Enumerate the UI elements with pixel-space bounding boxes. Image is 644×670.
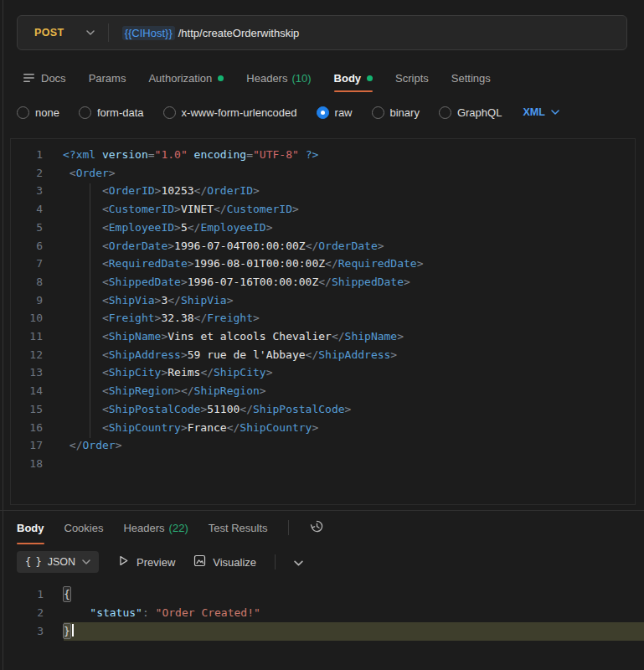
radio-icon xyxy=(79,106,91,119)
line-number: 13 xyxy=(11,363,43,382)
tab-label: Params xyxy=(89,72,126,85)
code-line: 7 <RequiredDate>1996-08-01T00:00:00Z</Re… xyxy=(11,255,635,273)
code-content: <ShipName>Vins et alcools Chevalier</Shi… xyxy=(63,327,635,346)
response-format-dropdown[interactable]: { } JSON xyxy=(17,551,99,573)
code-content: <Freight>32.38</Freight> xyxy=(63,309,635,327)
line-number: 2 xyxy=(0,604,44,622)
response-toolbar: { } JSON Preview Visualize xyxy=(0,544,644,580)
code-content: <Order> xyxy=(63,164,635,183)
code-content: <RequiredDate>1996-08-01T00:00:00Z</Requ… xyxy=(63,255,635,273)
tab-scripts[interactable]: Scripts xyxy=(395,64,429,92)
code-content: <ShipPostalCode>51100</ShipPostalCode> xyxy=(63,400,635,419)
response-tab-headers[interactable]: Headers(22) xyxy=(123,511,188,544)
line-number: 1 xyxy=(11,146,43,164)
method-label: POST xyxy=(34,27,64,39)
code-content: </Order> xyxy=(63,436,635,455)
response-section: Body Cookies Headers(22) Test Results { … xyxy=(0,510,644,641)
code-content: <ShipCity>Reims</ShipCity> xyxy=(63,363,635,382)
url-input[interactable]: {{CIHost}} /http/createOrderwithskip xyxy=(109,26,626,40)
play-outline-icon xyxy=(117,554,130,570)
radio-icon xyxy=(439,106,451,119)
tab-docs[interactable]: Docs xyxy=(23,64,66,92)
code-content: <ShipRegion></ShipRegion> xyxy=(63,382,635,400)
line-number: 4 xyxy=(11,200,43,219)
status-dot xyxy=(367,75,373,81)
code-line: 16 <ShipCountry>France</ShipCountry> xyxy=(11,419,635,437)
tab-headers[interactable]: Headers(10) xyxy=(246,64,311,92)
mode-raw[interactable]: raw xyxy=(317,106,353,119)
raw-language-dropdown[interactable]: XML xyxy=(523,106,559,118)
code-content: <EmployeeID>5</EmployeeID> xyxy=(63,219,635,237)
request-body-editor[interactable]: 1<?xml version="1.0" encoding="UTF-8" ?>… xyxy=(10,138,636,505)
response-tab-body[interactable]: Body xyxy=(17,511,44,544)
code-line: 6 <OrderDate>1996-07-04T00:00:00Z</Order… xyxy=(11,237,635,255)
code-line: 1<?xml version="1.0" encoding="UTF-8" ?> xyxy=(11,146,635,164)
response-tab-cookies[interactable]: Cookies xyxy=(64,511,104,544)
tab-label: Headers xyxy=(246,72,287,85)
code-line: 8 <ShippedDate>1996-07-16T00:00:00Z</Shi… xyxy=(11,273,635,291)
line-number: 3 xyxy=(0,622,44,641)
tab-label: Body xyxy=(334,72,362,85)
code-content: <OrderDate>1996-07-04T00:00:00Z</OrderDa… xyxy=(63,237,635,255)
code-content: <ShipCountry>France</ShipCountry> xyxy=(63,419,635,437)
code-line: 14 <ShipRegion></ShipRegion> xyxy=(11,382,635,400)
body-mode-row: none form-data x-www-form-urlencoded raw… xyxy=(0,97,644,127)
mode-graphql[interactable]: GraphQL xyxy=(439,106,502,119)
code-content: <ShippedDate>1996-07-16T00:00:00Z</Shipp… xyxy=(63,273,635,291)
url-row: POST {{CIHost}} /http/createOrderwithski… xyxy=(0,0,644,50)
tab-authorization[interactable]: Authorization xyxy=(148,64,224,92)
preview-label: Preview xyxy=(137,556,175,569)
code-line: 5 <EmployeeID>5</EmployeeID> xyxy=(11,219,635,237)
mode-form-data[interactable]: form-data xyxy=(79,106,144,119)
chevron-down-icon xyxy=(86,30,95,35)
mode-binary[interactable]: binary xyxy=(372,106,420,119)
code-content: "status": "Order Created!" xyxy=(64,604,644,622)
chevron-down-icon xyxy=(294,556,303,569)
docs-lines-icon xyxy=(23,73,35,83)
code-line: 3 <OrderID>10253</OrderID> xyxy=(11,182,635,200)
mode-none[interactable]: none xyxy=(17,106,59,119)
tab-settings[interactable]: Settings xyxy=(451,64,491,92)
line-number: 18 xyxy=(11,455,43,473)
image-icon xyxy=(193,554,206,570)
response-body-editor[interactable]: 1{2 "status": "Order Created!"3} xyxy=(0,580,644,641)
response-tabs: Body Cookies Headers(22) Test Results xyxy=(0,511,644,544)
line-number: 17 xyxy=(11,436,43,455)
code-line: 9 <ShipVia>3</ShipVia> xyxy=(11,291,635,310)
tab-body[interactable]: Body xyxy=(334,64,374,92)
preview-button[interactable]: Preview xyxy=(117,554,175,570)
line-number: 9 xyxy=(11,291,43,310)
tab-params[interactable]: Params xyxy=(89,64,126,92)
more-formats-dropdown[interactable] xyxy=(294,556,303,569)
tab-label: Authorization xyxy=(148,72,212,85)
url-path: /http/createOrderwithskip xyxy=(178,27,300,39)
code-line: 3} xyxy=(0,622,644,641)
line-number: 16 xyxy=(11,419,43,437)
divider xyxy=(275,554,276,570)
line-number: 12 xyxy=(11,346,43,364)
radio-icon xyxy=(17,106,29,119)
response-history-button[interactable] xyxy=(309,518,325,537)
request-tabs: Docs Params Authorization Headers(10) Bo… xyxy=(0,64,644,92)
visualize-button[interactable]: Visualize xyxy=(193,554,256,570)
code-line: 10 <Freight>32.38</Freight> xyxy=(11,309,635,327)
tab-label: Settings xyxy=(451,72,491,85)
text-cursor xyxy=(72,624,74,636)
mode-x-www-form-urlencoded[interactable]: x-www-form-urlencoded xyxy=(163,106,297,119)
chevron-down-icon xyxy=(551,110,559,115)
line-number: 10 xyxy=(11,309,43,327)
tab-label: Test Results xyxy=(209,522,268,534)
code-content xyxy=(63,455,635,473)
code-content: <?xml version="1.0" encoding="UTF-8" ?> xyxy=(63,146,635,164)
code-content: <OrderID>10253</OrderID> xyxy=(63,182,635,200)
method-dropdown[interactable]: POST xyxy=(18,16,108,49)
line-number: 5 xyxy=(11,219,43,237)
code-line: 15 <ShipPostalCode>51100</ShipPostalCode… xyxy=(11,400,635,419)
response-tab-test-results[interactable]: Test Results xyxy=(209,511,268,544)
tab-label: Scripts xyxy=(395,72,429,85)
tab-label: Headers xyxy=(123,522,164,534)
line-number: 3 xyxy=(11,182,43,200)
indent-guide xyxy=(90,183,90,438)
radio-icon xyxy=(372,106,384,119)
line-number: 6 xyxy=(11,237,43,255)
